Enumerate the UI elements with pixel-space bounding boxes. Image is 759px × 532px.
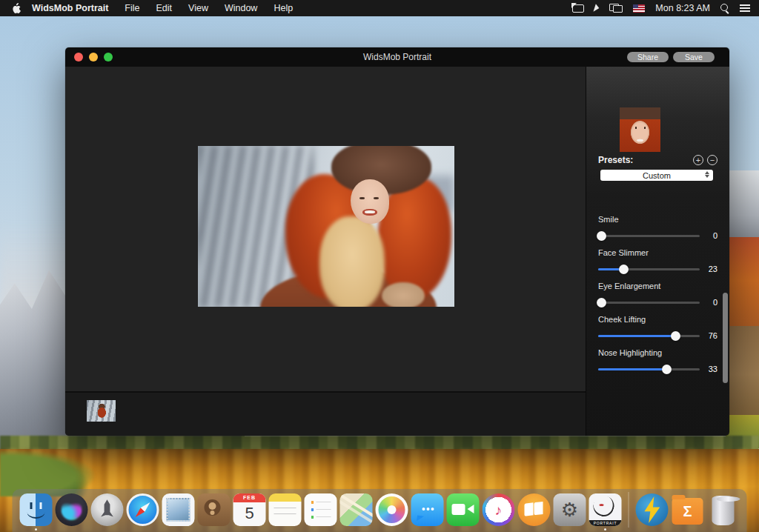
displays-icon[interactable]: [609, 4, 623, 13]
dock-reminders-icon[interactable]: [304, 493, 338, 527]
nose-highlighting-label: Nose Highlighting: [598, 348, 717, 357]
photo-eye-right: [374, 197, 379, 199]
dropdown-chevrons-icon: [705, 171, 709, 178]
dock-safari-icon[interactable]: [126, 493, 160, 527]
desktop: WidsMob Portrait File Edit View Window H…: [0, 0, 759, 532]
presets-label: Presets:: [598, 155, 633, 165]
sigma-glyph: Σ: [683, 504, 692, 519]
photo-area: [65, 67, 586, 391]
dock-system-preferences-icon[interactable]: ⚙: [553, 493, 587, 527]
display-mirroring-icon[interactable]: [572, 4, 584, 13]
dock-facetime-icon[interactable]: [446, 493, 480, 527]
add-preset-button[interactable]: +: [693, 155, 703, 165]
apple-menu-icon[interactable]: [7, 3, 24, 14]
dock-widsmob-portrait-icon[interactable]: PORTRAIT: [589, 493, 623, 527]
smile-value: 0: [703, 231, 717, 240]
menu-view[interactable]: View: [180, 3, 216, 13]
face-slimmer-label: Face Slimmer: [598, 248, 717, 257]
dock-notes-icon[interactable]: [268, 493, 302, 527]
dock: FEB 5 ♪ ⚙ PORTRAIT Σ: [13, 489, 747, 532]
pointer-icon[interactable]: [594, 4, 600, 13]
slider-panel: Smile 0 Face Slimmer: [598, 215, 717, 382]
eye-enlargement-label: Eye Enlargement: [598, 282, 717, 290]
menubar-app-name[interactable]: WidsMob Portrait: [24, 3, 116, 13]
dock-finder-icon[interactable]: [19, 493, 53, 527]
itunes-note-glyph: ♪: [495, 503, 503, 517]
dock-messages-icon[interactable]: [411, 493, 445, 527]
face-slimmer-value: 23: [703, 265, 717, 273]
nose-highlighting-slider[interactable]: [598, 368, 700, 370]
eye-enlargement-slider[interactable]: [598, 302, 700, 304]
wallpaper-treeline: [0, 436, 759, 450]
app-window: WidsMob Portrait Share Save: [65, 47, 729, 436]
cheek-lifting-label: Cheek Lifting: [598, 315, 717, 324]
smile-slider-thumb[interactable]: [597, 231, 606, 241]
spotlight-search-icon[interactable]: [720, 4, 729, 13]
face-slimmer-slider[interactable]: [598, 268, 700, 270]
menu-help[interactable]: Help: [265, 3, 301, 13]
remove-preset-button[interactable]: −: [707, 155, 717, 165]
preset-dropdown[interactable]: Custom: [600, 170, 713, 181]
dock-divider: [629, 492, 629, 528]
face-preview-thumbnail[interactable]: [620, 107, 660, 152]
window-titlebar[interactable]: WidsMob Portrait Share Save: [65, 47, 729, 67]
menu-edit[interactable]: Edit: [148, 3, 181, 13]
dock-mail-icon[interactable]: [162, 493, 196, 527]
us-flag-input-icon[interactable]: [633, 4, 645, 13]
prefs-gear-glyph: ⚙: [561, 500, 578, 519]
calendar-month-label: FEB: [233, 493, 266, 502]
dock-sigma-folder-icon[interactable]: Σ: [671, 493, 705, 527]
dock-siri-icon[interactable]: [55, 493, 89, 527]
save-button[interactable]: Save: [673, 52, 715, 62]
menubar-clock[interactable]: Mon 8:23 AM: [655, 3, 710, 13]
menu-window[interactable]: Window: [216, 3, 265, 13]
nose-highlighting-slider-thumb[interactable]: [662, 365, 672, 374]
adjustments-sidebar: Presets: + − Custom Smile: [586, 67, 729, 436]
photo-glove: [382, 282, 425, 307]
cheek-lifting-value: 76: [703, 331, 717, 340]
dock-maps-icon[interactable]: [339, 493, 374, 527]
dock-launchpad-icon[interactable]: [90, 493, 125, 527]
cheek-lifting-slider-thumb[interactable]: [671, 331, 680, 341]
dock-itunes-icon[interactable]: ♪: [482, 493, 516, 527]
preset-dropdown-value: Custom: [643, 171, 671, 180]
portrait-photo[interactable]: [198, 146, 454, 307]
smile-slider[interactable]: [598, 235, 700, 237]
sidebar-scrollbar[interactable]: [723, 293, 728, 383]
photo-face: [351, 179, 389, 224]
calendar-day-label: 5: [233, 502, 266, 525]
menu-file[interactable]: File: [116, 3, 148, 13]
menu-bar: WidsMob Portrait File Edit View Window H…: [0, 0, 759, 16]
filmstrip-thumbnail[interactable]: [87, 400, 116, 422]
dock-ibooks-icon[interactable]: [517, 493, 551, 527]
filmstrip: [65, 391, 586, 436]
editor-canvas: [65, 67, 586, 436]
dock-calendar-icon[interactable]: FEB 5: [233, 493, 267, 527]
photo-eye-left: [359, 197, 365, 199]
notification-center-icon[interactable]: [740, 4, 750, 12]
smile-label: Smile: [598, 215, 717, 224]
portrait-app-label: PORTRAIT: [589, 520, 622, 526]
face-slimmer-slider-thumb[interactable]: [619, 265, 629, 274]
dock-trash-icon[interactable]: [706, 493, 740, 527]
nose-highlighting-value: 33: [703, 365, 717, 373]
photo-smile: [362, 209, 377, 216]
eye-enlargement-slider-thumb[interactable]: [597, 298, 606, 307]
dock-photos-icon[interactable]: [375, 493, 409, 527]
share-button[interactable]: Share: [627, 52, 669, 62]
dock-contacts-icon[interactable]: [197, 493, 231, 527]
photo-fur-scarf: [319, 216, 385, 307]
dock-folx-icon[interactable]: [635, 493, 669, 527]
eye-enlargement-value: 0: [703, 298, 717, 307]
cheek-lifting-slider[interactable]: [598, 335, 700, 337]
